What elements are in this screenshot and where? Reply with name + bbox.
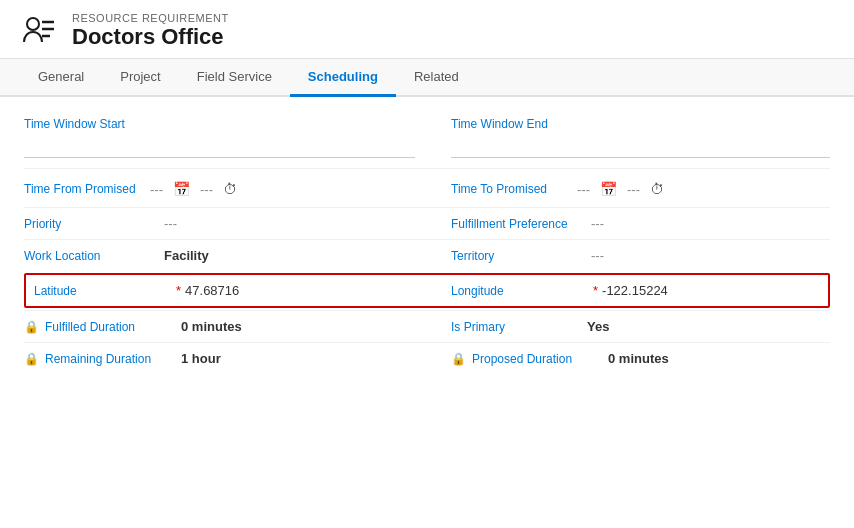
clock-icon-from[interactable]: ⏱ (223, 181, 237, 197)
page-header: RESOURCE REQUIREMENT Doctors Office (0, 0, 854, 59)
fulfillment-preference-cell: Fulfillment Preference --- (427, 208, 830, 239)
page-title: Doctors Office (72, 24, 229, 50)
fulfilled-duration-row: 🔒 Fulfilled Duration 0 minutes Is Primar… (24, 310, 830, 342)
lock-icon-fulfilled: 🔒 (24, 320, 39, 334)
is-primary-cell: Is Primary Yes (427, 311, 830, 342)
is-primary-label: Is Primary (451, 320, 581, 334)
is-primary-value: Yes (587, 319, 609, 334)
longitude-label: Longitude (451, 284, 591, 298)
fulfilled-duration-cell: 🔒 Fulfilled Duration 0 minutes (24, 311, 427, 342)
latitude-value: 47.68716 (185, 283, 239, 298)
tab-field-service[interactable]: Field Service (179, 59, 290, 97)
time-window-start-input[interactable] (24, 134, 415, 158)
proposed-duration-value: 0 minutes (608, 351, 669, 366)
tab-project[interactable]: Project (102, 59, 178, 97)
time-from-promised-cell: Time From Promised --- 📅 --- ⏱ (24, 177, 427, 201)
longitude-value: -122.15224 (602, 283, 668, 298)
remaining-duration-value: 1 hour (181, 351, 221, 366)
time-from-val1: --- (150, 182, 163, 197)
nav-tabs-bar: General Project Field Service Scheduling… (0, 59, 854, 97)
work-location-value: Facility (164, 248, 209, 263)
tab-general[interactable]: General (20, 59, 102, 97)
scheduling-content: Time Window Start Time Window End Time F… (0, 97, 854, 394)
work-location-row: Work Location Facility Territory --- (24, 239, 830, 271)
latitude-label: Latitude (34, 284, 174, 298)
lock-icon-remaining: 🔒 (24, 352, 39, 366)
priority-cell: Priority --- (24, 208, 427, 239)
territory-value: --- (591, 248, 604, 263)
time-from-promised-label: Time From Promised (24, 182, 144, 196)
remaining-duration-row: 🔒 Remaining Duration 1 hour 🔒 Proposed D… (24, 342, 830, 374)
longitude-required: * (593, 283, 598, 298)
territory-cell: Territory --- (427, 240, 830, 271)
latitude-cell: Latitude * 47.68716 (26, 275, 427, 306)
time-to-val1: --- (577, 182, 590, 197)
fulfillment-preference-value: --- (591, 216, 604, 231)
svg-point-0 (27, 18, 39, 30)
fulfilled-duration-value: 0 minutes (181, 319, 242, 334)
work-location-label: Work Location (24, 249, 164, 263)
time-window-start-label: Time Window Start (24, 117, 415, 131)
time-window-end-group: Time Window End (427, 117, 830, 158)
header-text-block: RESOURCE REQUIREMENT Doctors Office (72, 12, 229, 50)
calendar-icon-to[interactable]: 📅 (600, 181, 617, 197)
resource-requirement-icon (20, 12, 58, 50)
lock-icon-proposed: 🔒 (451, 352, 466, 366)
time-window-row: Time Window Start Time Window End (24, 117, 830, 158)
header-super-label: RESOURCE REQUIREMENT (72, 12, 229, 24)
territory-label: Territory (451, 249, 591, 263)
clock-icon-to[interactable]: ⏱ (650, 181, 664, 197)
time-to-promised-cell: Time To Promised --- 📅 --- ⏱ (427, 177, 830, 201)
proposed-duration-label: Proposed Duration (472, 352, 602, 366)
lat-long-row: Latitude * 47.68716 Longitude * -122.152… (24, 273, 830, 308)
fulfillment-preference-label: Fulfillment Preference (451, 217, 591, 231)
priority-value: --- (164, 216, 177, 231)
tab-related[interactable]: Related (396, 59, 477, 97)
time-to-promised-label: Time To Promised (451, 182, 571, 196)
time-to-val2: --- (627, 182, 640, 197)
work-location-cell: Work Location Facility (24, 240, 427, 271)
time-promised-row: Time From Promised --- 📅 --- ⏱ Time To P… (24, 168, 830, 201)
proposed-duration-cell: 🔒 Proposed Duration 0 minutes (427, 343, 830, 374)
priority-row: Priority --- Fulfillment Preference --- (24, 207, 830, 239)
tab-scheduling[interactable]: Scheduling (290, 59, 396, 97)
time-window-start-group: Time Window Start (24, 117, 427, 158)
longitude-cell: Longitude * -122.15224 (427, 275, 828, 306)
time-window-end-label: Time Window End (451, 117, 830, 131)
fulfilled-duration-label: Fulfilled Duration (45, 320, 175, 334)
remaining-duration-cell: 🔒 Remaining Duration 1 hour (24, 343, 427, 374)
time-window-end-input[interactable] (451, 134, 830, 158)
latitude-required: * (176, 283, 181, 298)
calendar-icon-from[interactable]: 📅 (173, 181, 190, 197)
time-from-val2: --- (200, 182, 213, 197)
remaining-duration-label: Remaining Duration (45, 352, 175, 366)
priority-label: Priority (24, 217, 164, 231)
